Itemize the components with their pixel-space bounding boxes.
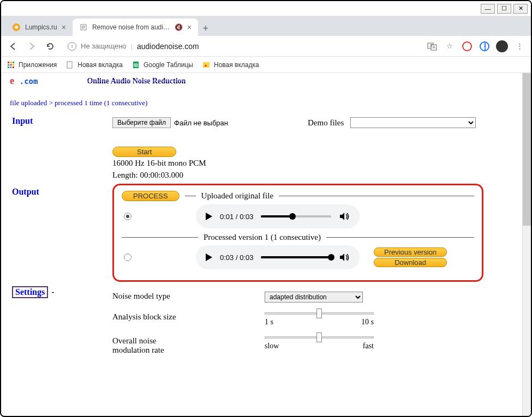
original-file-label: Uploaded original file [201,191,273,201]
svg-rect-19 [67,62,72,68]
svg-rect-16 [8,67,9,68]
file-status-label: Файл не выбран [174,119,228,127]
address-bar: i Не защищено | audiodenoise.com 文A ☆ ⋮ [1,36,531,57]
apps-icon [7,61,15,69]
bookmark-label: Приложения [19,61,57,69]
tab-favicon-icon [12,23,21,32]
apps-shortcut[interactable]: Приложения [7,61,57,69]
tab-close-icon[interactable]: × [62,23,66,32]
volume-icon[interactable] [339,252,350,263]
site-slogan: Online Audio Noise Reduction [87,77,186,86]
download-button[interactable]: Download [374,258,447,267]
svg-rect-17 [10,67,12,68]
vertical-scrollbar[interactable] [522,73,531,416]
start-button[interactable]: Start [112,147,176,157]
status-line: file uploaded > processed 1 time (1 cons… [5,89,527,114]
bookmark-star-icon[interactable]: ☆ [444,40,456,52]
bookmark-label: Новая вкладка [77,61,123,69]
audio-length-info: Length: 00:00:03.000 [112,170,527,181]
tab-mute-icon[interactable]: 🔇 [175,23,183,31]
back-button[interactable] [7,40,20,53]
svg-rect-10 [8,62,9,63]
seek-track[interactable] [261,215,331,217]
audio-player-processed: 0:03 / 0:03 [196,245,360,269]
bookmarks-bar: Приложения Новая вкладка Google Таблицы … [1,57,531,73]
seek-track[interactable] [261,256,331,258]
modulation-slider[interactable] [265,336,374,339]
slider-max-label: 10 s [361,318,374,327]
tab-title: Remove noise from audio file [92,23,170,31]
security-warning: Не защищено [81,42,127,50]
menu-icon[interactable]: ⋮ [513,40,525,52]
tab-audiodenoise[interactable]: Remove noise from audio file 🔇 × [73,19,198,36]
modulation-label: Overall noise modulation rate [112,336,200,355]
demo-files-label: Demo files [308,118,344,128]
translate-icon[interactable]: 文A [426,40,438,52]
browser-tabbar: Lumpics.ru × Remove noise from audio fil… [1,16,531,36]
close-button[interactable]: ✕ [513,4,528,14]
select-original-radio[interactable] [124,213,131,220]
tab-close-icon[interactable]: × [187,23,192,32]
globe-extension-icon[interactable] [479,40,491,52]
play-button[interactable] [206,213,212,220]
bookmark-sheets[interactable]: Google Таблицы [131,61,193,69]
opera-extension-icon[interactable] [461,40,473,52]
previous-version-button[interactable]: Previous version [374,247,447,257]
url-text: audiodenoise.com [137,42,199,51]
image-icon [202,61,211,69]
bookmark-newtab1[interactable]: Новая вкладка [65,61,123,69]
bookmark-newtab2[interactable]: Новая вкладка [202,61,259,69]
site-header: e .com Online Audio Noise Reduction [5,73,527,89]
input-section-label: Input [5,114,112,128]
noise-model-select[interactable]: adapted distribution [265,292,363,303]
maximize-button[interactable]: ☐ [497,4,511,14]
player-time: 0:01 / 0:03 [220,213,253,221]
audio-format-info: 16000 Hz 16-bit mono PCM [112,158,527,169]
tab-title: Lumpics.ru [25,23,57,31]
window-titlebar: — ☐ ✕ [1,1,531,16]
slider-min-label: slow [265,342,279,350]
sheets-icon [131,61,140,69]
svg-marker-27 [340,253,344,261]
play-button[interactable] [206,253,212,261]
block-size-slider[interactable] [265,312,374,315]
choose-file-button[interactable]: Выберите файл [112,117,171,128]
page-icon [65,61,74,69]
forward-button[interactable] [25,40,38,53]
select-processed-radio[interactable] [124,253,131,261]
demo-files-select[interactable] [350,117,476,128]
svg-rect-14 [10,64,12,65]
svg-marker-26 [340,213,344,220]
process-button[interactable]: PROCESS [122,191,180,201]
reload-button[interactable] [44,40,57,53]
minimize-button[interactable]: — [481,4,495,14]
slider-min-label: 1 s [265,318,273,327]
page-content: e .com Online Audio Noise Reduction file… [1,73,531,416]
svg-rect-11 [10,62,12,63]
output-section-label: Output [5,185,112,199]
processed-file-label: Processed version 1 (1 consecutive) [204,233,321,242]
svg-rect-15 [13,64,14,65]
svg-rect-12 [13,62,14,63]
new-tab-button[interactable]: + [198,21,213,36]
noise-model-label: Noise model type [112,292,200,301]
bookmark-label: Новая вкладка [214,61,259,69]
slider-max-label: fast [363,342,374,350]
svg-rect-18 [13,67,14,68]
bookmark-label: Google Таблицы [144,61,193,69]
svg-rect-13 [8,64,9,65]
profile-avatar[interactable] [496,40,508,52]
volume-icon[interactable] [339,211,350,222]
player-time: 0:03 / 0:03 [220,253,253,262]
tab-lumpics[interactable]: Lumpics.ru × [5,19,73,36]
info-icon[interactable]: i [68,42,76,51]
site-logo: e .com [10,75,38,87]
url-field[interactable]: i Не защищено | audiodenoise.com [62,39,421,54]
svg-point-1 [15,26,18,29]
audio-player-original: 0:01 / 0:03 [196,204,360,228]
svg-rect-24 [203,62,210,68]
settings-section-label: Settings [12,286,48,298]
output-highlight-box: PROCESS Uploaded original file 0:01 / 0:… [112,184,483,282]
tab-favicon-icon [79,23,88,32]
svg-text:A: A [433,45,435,49]
